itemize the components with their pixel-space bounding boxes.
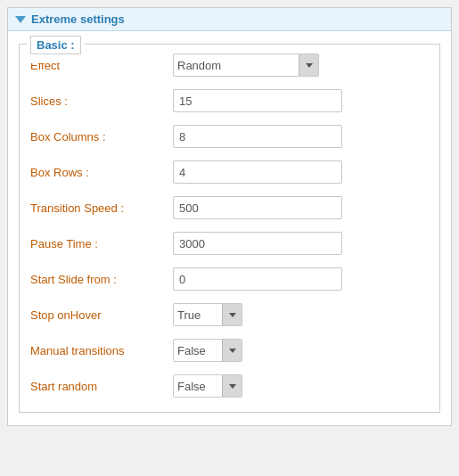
transition-speed-control [173,196,429,219]
start-random-control: False True [173,374,429,398]
stop-onhover-select-btn[interactable] [222,304,242,325]
manual-transitions-dropdown-icon [229,349,236,353]
start-slide-row: Start Slide from : [30,266,429,292]
effect-dropdown-icon [306,63,313,68]
slices-label: Slices : [30,94,173,108]
box-columns-row: Box Columns : [30,123,429,150]
start-random-row: Start random False True [30,373,429,399]
effect-row: Effect Random Fade Slide Zoom [30,52,429,78]
start-slide-label: Start Slide from : [30,273,173,286]
manual-transitions-row: Manual transitions False True [30,337,429,364]
collapse-icon[interactable] [15,16,26,23]
box-rows-control [173,160,429,184]
slices-control [173,89,429,112]
box-rows-label: Box Rows : [30,166,173,179]
stop-onhover-select-wrapper[interactable]: True False [173,303,242,326]
panel-header: Extreme settings [8,8,451,31]
transition-speed-label: Transition Speed : [30,201,173,215]
extreme-settings-panel: Extreme settings Basic : Effect Random F… [7,7,452,426]
stop-onhover-row: Stop onHover True False [30,301,429,328]
pause-time-row: Pause Time : [30,230,429,257]
pause-time-control [173,232,429,255]
slices-row: Slices : [30,87,429,114]
manual-transitions-select-btn[interactable] [222,340,242,361]
effect-control: Random Fade Slide Zoom [173,53,429,77]
panel-title: Extreme settings [31,12,125,26]
effect-select[interactable]: Random Fade Slide Zoom [174,57,299,74]
manual-transitions-control: False True [173,339,429,362]
effect-select-btn[interactable] [299,54,318,76]
start-random-label: Start random [30,380,173,393]
manual-transitions-select[interactable]: False True [174,342,222,359]
manual-transitions-label: Manual transitions [30,344,173,357]
transition-speed-input[interactable] [173,196,342,219]
stop-onhover-select[interactable]: True False [174,307,222,324]
panel-body: Basic : Effect Random Fade Slide Zoom [8,31,451,425]
start-random-select[interactable]: False True [174,378,222,395]
start-slide-input[interactable] [173,267,342,291]
section-label: Basic : [30,36,81,54]
box-rows-row: Box Rows : [30,159,429,185]
manual-transitions-select-wrapper[interactable]: False True [173,339,242,362]
start-random-select-btn[interactable] [222,375,242,397]
section-legend: Basic : [27,36,85,63]
slices-input[interactable] [173,89,342,112]
start-random-dropdown-icon [229,384,236,389]
start-random-select-wrapper[interactable]: False True [173,374,242,398]
start-slide-control [173,267,429,291]
basic-section: Basic : Effect Random Fade Slide Zoom [19,44,440,413]
box-columns-input[interactable] [173,125,342,148]
pause-time-input[interactable] [173,232,342,255]
stop-onhover-control: True False [173,303,429,326]
box-columns-control [173,125,429,148]
transition-speed-row: Transition Speed : [30,194,429,221]
stop-onhover-dropdown-icon [229,313,236,317]
stop-onhover-label: Stop onHover [30,308,173,322]
box-columns-label: Box Columns : [30,130,173,144]
pause-time-label: Pause Time : [30,237,173,250]
box-rows-input[interactable] [173,160,342,184]
effect-select-wrapper[interactable]: Random Fade Slide Zoom [173,53,319,77]
